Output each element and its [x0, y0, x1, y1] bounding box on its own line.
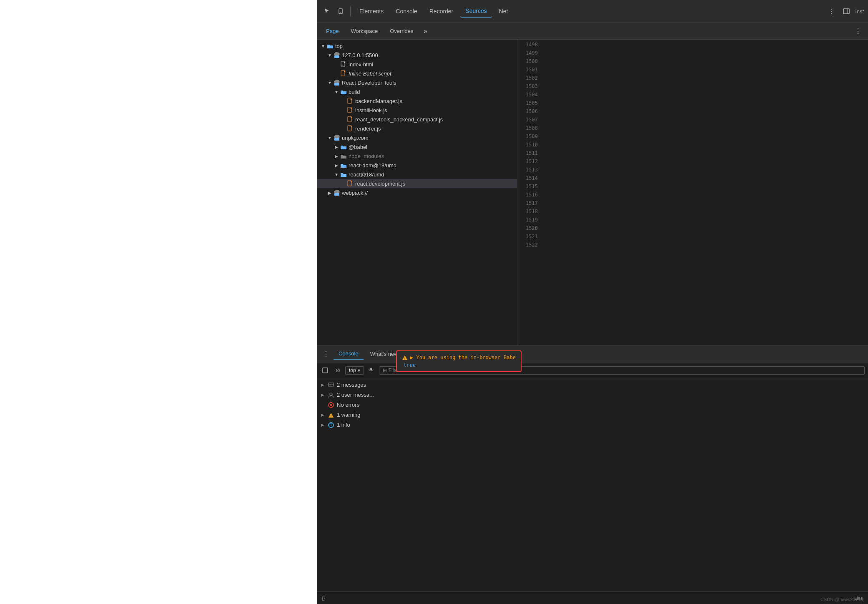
svg-text:H: H — [341, 64, 343, 66]
warning-popup: ! ▶ You are using the in-browser Babe tr… — [396, 350, 522, 372]
tree-item-label: react@18/umd — [349, 171, 384, 178]
tree-item[interactable]: ▼ React Developer Tools — [317, 78, 517, 87]
tree-item[interactable]: installHook.js — [317, 106, 517, 115]
tree-file-js-icon — [347, 98, 354, 104]
console-item[interactable]: ▶ 2 messages — [317, 380, 868, 390]
console-tab-console[interactable]: Console — [334, 348, 364, 360]
tree-item[interactable]: backendManager.js — [317, 96, 517, 106]
tab-elements[interactable]: Elements — [354, 5, 389, 17]
tree-file-babel-icon — [340, 70, 347, 77]
line-numbers-panel: 1498149915001501150215031504150515061507… — [517, 40, 542, 345]
tree-cloud-folder-icon — [334, 52, 340, 58]
console-menu-icon[interactable]: ⋮ — [320, 348, 332, 360]
tree-item-label: React Developer Tools — [342, 80, 396, 86]
tree-item[interactable]: ▼ 127.0.0.1:5500 — [317, 50, 517, 60]
console-tab-console-label: Console — [339, 350, 359, 357]
format-icon[interactable]: {} — [322, 596, 325, 601]
dock-icon[interactable] — [840, 5, 852, 17]
subtab-more-icon[interactable]: » — [421, 26, 431, 36]
line-number: 1507 — [517, 116, 542, 124]
line-number: 1522 — [517, 241, 542, 249]
svg-rect-13 — [334, 138, 339, 141]
console-clear-icon[interactable] — [320, 365, 330, 375]
expand-arrow-icon: ▶ — [320, 382, 325, 387]
tree-item[interactable]: Inline Babel script — [317, 69, 517, 78]
tree-item[interactable]: ▼ build — [317, 87, 517, 96]
tree-item[interactable]: renderer.js — [317, 124, 517, 133]
tree-folder-icon — [340, 171, 347, 178]
console-item-label: 1 info — [337, 422, 350, 428]
console-context-selector[interactable]: top ▾ — [345, 366, 364, 375]
file-tree[interactable]: ▼ top▼ 127.0.0.1:5500 H index.html Inlin… — [317, 40, 517, 345]
warning-popup-value: true — [402, 362, 516, 368]
svg-rect-2 — [843, 9, 849, 14]
tree-item[interactable]: react_devtools_backend_compact.js — [317, 115, 517, 124]
tree-arrow-icon: ▼ — [320, 43, 326, 49]
more-options-icon[interactable]: ⋮ — [825, 5, 837, 17]
line-number: 1503 — [517, 82, 542, 91]
tree-arrow-icon: ▼ — [327, 52, 333, 58]
line-number: 1521 — [517, 232, 542, 241]
line-number: 1520 — [517, 224, 542, 232]
tree-arrow-icon: ▶ — [334, 153, 339, 159]
tree-item[interactable]: ▼ top — [317, 41, 517, 50]
tree-item[interactable]: ▶ react-dom@18/umd — [317, 161, 517, 170]
line-number: 1513 — [517, 166, 542, 174]
tab-console-label: Console — [396, 8, 417, 15]
tab-sources[interactable]: Sources — [460, 5, 492, 18]
line-number: 1519 — [517, 216, 542, 224]
subtoolbar-more-icon[interactable]: ⋮ — [852, 25, 864, 37]
tree-folder-icon — [340, 143, 347, 150]
console-item[interactable]: ▶ 1 info — [317, 420, 868, 430]
panel-label: inst — [855, 8, 864, 15]
code-editor[interactable] — [542, 40, 868, 345]
console-messages-icon — [328, 382, 334, 388]
line-number: 1500 — [517, 57, 542, 65]
tree-item[interactable]: react.development.js — [317, 179, 517, 188]
console-item-label: 1 warning — [337, 412, 360, 418]
console-content[interactable]: ▶ 2 messages▶ 2 user messa... No errors▶… — [317, 378, 868, 591]
chevron-down-icon: ▾ — [358, 367, 360, 373]
subtab-overrides[interactable]: Overrides — [385, 26, 418, 36]
device-toggle-icon[interactable] — [335, 5, 346, 17]
line-number: 1502 — [517, 74, 542, 82]
subtab-workspace[interactable]: Workspace — [346, 26, 383, 36]
tab-recorder[interactable]: Recorder — [424, 5, 459, 17]
expand-arrow-icon: ▶ — [320, 422, 325, 427]
tree-item[interactable]: ▶ webpack:// — [317, 188, 517, 197]
tab-network[interactable]: Net — [494, 5, 513, 17]
cursor-select-icon[interactable] — [321, 5, 333, 17]
devtools-toolbar: Elements Console Recorder Sources Net ⋮ … — [317, 0, 868, 23]
tree-item[interactable]: ▼ unpkg.com — [317, 133, 517, 142]
tree-item[interactable]: ▶ @babel — [317, 142, 517, 151]
tree-item[interactable]: ▶ node_modules — [317, 151, 517, 161]
tree-item[interactable]: H index.html — [317, 60, 517, 69]
console-item[interactable]: ▶ 2 user messa... — [317, 390, 868, 400]
line-number: 1514 — [517, 174, 542, 182]
tree-folder-dim-icon — [340, 153, 347, 159]
tree-folder-icon — [327, 43, 334, 49]
console-item[interactable]: No errors — [317, 400, 868, 410]
console-item-label: 2 messages — [337, 382, 366, 388]
console-eye-icon[interactable]: 👁 — [366, 365, 376, 375]
tree-item-label: renderer.js — [355, 126, 381, 132]
line-number: 1506 — [517, 107, 542, 116]
tree-item-label: webpack:// — [342, 190, 368, 196]
console-context-label: top — [349, 367, 356, 373]
toolbar-right: ⋮ inst — [825, 5, 864, 17]
console-block-icon[interactable]: ⊘ — [333, 365, 343, 375]
subtab-page[interactable]: Page — [321, 26, 344, 36]
line-number: 1499 — [517, 49, 542, 57]
expand-arrow-icon: ▶ — [320, 392, 325, 397]
tree-folder-icon — [340, 88, 347, 95]
tab-console[interactable]: Console — [391, 5, 422, 17]
tab-net-label: Net — [499, 8, 508, 15]
console-item[interactable]: ▶ ! 1 warning — [317, 410, 868, 420]
tree-item[interactable]: ▼ react@18/umd — [317, 170, 517, 179]
csdn-watermark: CSDN @hawk2014bj — [820, 597, 864, 602]
svg-rect-15 — [334, 193, 339, 196]
main-page-content — [0, 0, 317, 604]
svg-rect-16 — [323, 368, 328, 373]
tree-item-label: index.html — [349, 61, 373, 68]
tree-arrow-icon — [340, 126, 346, 131]
